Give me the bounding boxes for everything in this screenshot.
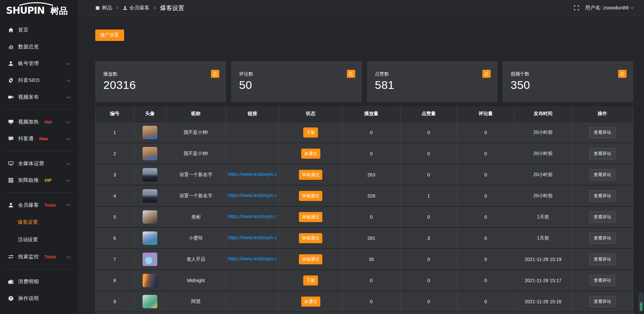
cell-plays: 281	[342, 228, 400, 248]
cell-id: 3	[95, 164, 134, 185]
cell-plays: 0	[342, 143, 400, 164]
view-comments-button[interactable]: 查看评论	[589, 232, 615, 244]
cell-id	[95, 312, 134, 314]
sidebar-subitem[interactable]: 活动设置	[0, 231, 78, 248]
video-link[interactable]: https://www.iesdouyin.c	[228, 256, 277, 261]
sidebar-divider	[5, 269, 73, 269]
video-link[interactable]: https://www.iesdouyin.c	[228, 214, 277, 219]
scroll-indicator[interactable]	[639, 293, 643, 312]
fullscreen-icon[interactable]	[574, 5, 579, 11]
cell-time	[515, 312, 572, 314]
cell-action: 查看评论	[572, 228, 633, 248]
breadcrumb-item[interactable]: 树品	[95, 5, 112, 11]
breadcrumb-label: 树品	[102, 5, 112, 11]
cell-action: 查看评论	[572, 164, 633, 185]
heat-icon	[8, 119, 14, 125]
view-comments-button[interactable]: 查看评论	[589, 211, 615, 223]
table-body: 1 我不是小帅! 下架 0 0 0 20小时前 查看评论 2 我不是小帅! 未通…	[95, 122, 633, 314]
sidebar-subitem[interactable]: 爆客设置	[0, 213, 78, 231]
sidebar-item[interactable]: 线索监控 Tools	[0, 248, 78, 265]
user-menu[interactable]: 用户名: zswodun88	[585, 5, 633, 11]
video-link[interactable]: https://www.iesdouyin.c	[228, 235, 277, 240]
view-comments-button[interactable]: 查看评论	[589, 275, 615, 286]
column-header: 评论量	[457, 106, 515, 121]
sidebar-item[interactable]: ? 操作说明	[0, 290, 78, 307]
user-icon	[123, 6, 127, 10]
sidebar-item[interactable]: 视频发布	[0, 89, 78, 105]
sidebar-item-label: 全媒体运营	[18, 160, 44, 167]
table-row: 4 设置一个新名字 https://www.iesdouyin.c 审核通过 3…	[95, 186, 633, 206]
cell-avatar	[134, 249, 166, 269]
status-badge: 审核通过	[299, 191, 322, 201]
breadcrumb-label: 会员爆客	[129, 5, 150, 11]
logo-text-en: SHUPIN	[6, 5, 45, 16]
view-comments-button[interactable]: 查看评论	[589, 254, 615, 265]
cell-id: 8	[95, 270, 134, 291]
cell-likes: 0	[400, 249, 457, 269]
cell-plays: 328	[342, 186, 400, 206]
sidebar-item[interactable]: 矩阵助推 VIP	[0, 172, 78, 189]
sidebar-item[interactable]: 数据总览	[0, 38, 78, 55]
sidebar-item-badge: Hot	[44, 119, 52, 124]
cell-id: 6	[95, 228, 134, 248]
cell-link	[226, 270, 279, 291]
cell-comments: 0	[457, 207, 515, 227]
status-badge: 审核通过	[299, 254, 322, 264]
cell-link: https://www.iesdouyin.c	[226, 164, 279, 185]
cell-nickname: 小爱玲	[166, 228, 226, 248]
cell-plays: 263	[342, 164, 400, 185]
view-comments-button[interactable]: 查看评论	[589, 169, 615, 180]
cell-action: 查看评论	[572, 143, 633, 164]
promo-settings-button[interactable]: 推广设置	[95, 30, 124, 41]
video-link[interactable]: https://www.iesdouyin.c	[228, 193, 277, 198]
stat-total-badge: 总	[482, 70, 491, 78]
table-row: 6 小爱玲 https://www.iesdouyin.c 审核通过 281 3…	[95, 228, 633, 248]
sidebar-item[interactable]: 会员爆客 Tools	[0, 197, 78, 213]
cell-status: 审核通过	[279, 164, 342, 185]
sidebar-item[interactable]: 首页	[0, 21, 78, 38]
table-row: 8 Midnight 下架 0 0 0 2021-11-28 15:17 查看评…	[95, 270, 633, 291]
cell-likes: 0	[400, 207, 457, 227]
cell-link: https://www.iesdouyin.c	[226, 207, 279, 227]
view-comments-button[interactable]: 查看评论	[589, 190, 615, 202]
cell-status	[279, 312, 342, 314]
logo[interactable]: SHUPIN 树品	[0, 0, 78, 19]
cell-comments: 0	[457, 228, 515, 248]
view-comments-button[interactable]: 查看评论	[589, 148, 615, 159]
cell-action: 查看评论	[572, 207, 633, 227]
breadcrumb-item[interactable]: 会员爆客	[123, 5, 150, 11]
cell-time: 20小时前	[515, 164, 572, 185]
cell-action: 查看评论	[572, 291, 633, 312]
table-container: 编号头像昵称链接状态播放量点赞量评论量发布时间操作 1 我不是小帅! 下架 0 …	[95, 105, 633, 314]
chevron-icon	[66, 136, 70, 140]
sidebar-item-label: 操作说明	[18, 295, 39, 302]
sidebar-item[interactable]: 视频加热 Hot	[0, 113, 78, 130]
chevron-icon	[66, 95, 70, 98]
wallet-icon	[8, 279, 14, 284]
view-comments-button[interactable]: 查看评论	[589, 296, 615, 307]
app-icon	[95, 6, 100, 10]
cell-status: 未通过	[279, 143, 342, 164]
cell-action: 查看评论	[572, 186, 633, 206]
chevron-icon	[66, 204, 70, 207]
sidebar-item[interactable]: 抖客通 New	[0, 130, 78, 147]
cell-nickname	[166, 312, 226, 314]
status-badge: 未通过	[301, 149, 320, 159]
status-badge: 下架	[303, 275, 318, 285]
sidebar-item-badge: VIP	[44, 178, 51, 183]
sidebar-item-label: 数据总览	[18, 44, 39, 50]
video-link[interactable]: https://www.iesdouyin.c	[228, 171, 277, 177]
sidebar-item[interactable]: 消费明细	[0, 273, 78, 290]
chevron-icon	[66, 161, 70, 165]
sidebar-item[interactable]: 全媒体运营	[0, 155, 78, 172]
sidebar-item[interactable]: 抖音SEO	[0, 72, 78, 89]
sidebar-item[interactable]: 账号管理	[0, 55, 78, 72]
stat-card: 视频个数 总 350	[502, 61, 633, 102]
avatar	[143, 168, 157, 181]
avatar	[143, 295, 157, 308]
cell-time: 20小时前	[515, 186, 572, 206]
cell-status: 审核通过	[279, 249, 342, 269]
view-comments-button[interactable]: 查看评论	[589, 127, 615, 138]
breadcrumb-item[interactable]: 爆客设置	[160, 4, 184, 12]
sidebar-item-label: 线索监控	[18, 254, 39, 260]
